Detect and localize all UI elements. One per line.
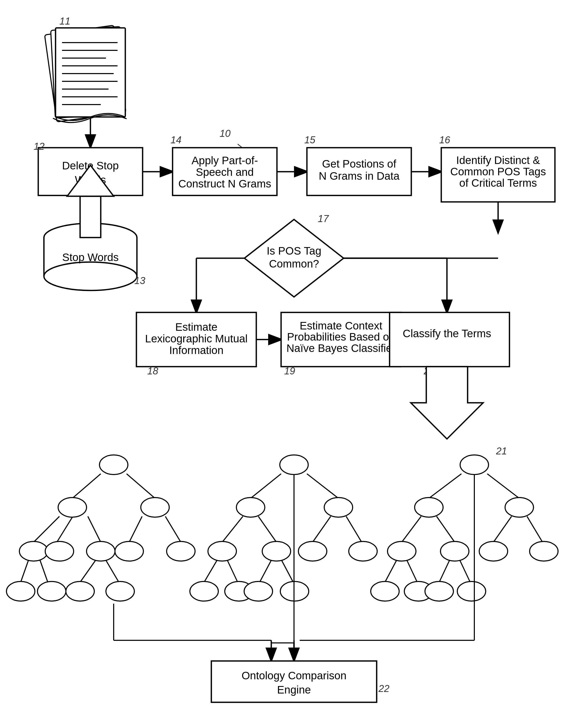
svg-line-93: [282, 560, 293, 582]
svg-point-86: [299, 542, 327, 561]
svg-line-81: [258, 516, 276, 542]
label-15: 15: [304, 134, 315, 146]
svg-text:Speech and: Speech and: [196, 166, 254, 178]
label-16: 16: [439, 134, 450, 146]
svg-line-113: [439, 560, 450, 582]
svg-point-108: [530, 542, 558, 561]
svg-text:N Grams in Data: N Grams in Data: [319, 170, 400, 182]
svg-point-82: [208, 542, 236, 561]
svg-text:Estimate: Estimate: [175, 321, 217, 333]
svg-line-64: [165, 516, 181, 542]
svg-line-84: [313, 516, 331, 542]
svg-point-65: [115, 542, 144, 561]
svg-point-73: [66, 581, 94, 601]
svg-line-63: [129, 516, 142, 542]
svg-text:Common POS Tags: Common POS Tags: [450, 165, 546, 178]
svg-line-80: [222, 516, 243, 542]
svg-text:Ontology Comparison: Ontology Comparison: [241, 669, 347, 682]
label-19: 19: [284, 366, 295, 376]
svg-text:Get Postions of: Get Postions of: [322, 158, 396, 170]
svg-point-69: [6, 581, 35, 601]
svg-line-54: [127, 474, 155, 498]
label-13: 13: [134, 275, 145, 286]
svg-line-76: [251, 474, 281, 498]
svg-line-102: [437, 516, 455, 542]
svg-text:Classify the Terms: Classify the Terms: [403, 327, 491, 340]
svg-line-109: [385, 560, 397, 582]
svg-point-87: [349, 542, 377, 561]
svg-line-88: [204, 560, 217, 582]
label-21: 21: [496, 446, 507, 456]
document-stack-icon: [45, 25, 127, 123]
svg-line-71: [80, 560, 96, 582]
svg-text:of Critical Terms: of Critical Terms: [459, 177, 537, 189]
label-14: 14: [171, 134, 181, 146]
svg-text:Lexicographic Mutual: Lexicographic Mutual: [145, 333, 248, 345]
svg-line-105: [493, 516, 512, 542]
svg-text:Identify Distinct &: Identify Distinct &: [456, 154, 540, 166]
svg-point-56: [141, 498, 169, 517]
svg-point-107: [479, 542, 508, 561]
svg-point-111: [371, 581, 399, 601]
svg-point-79: [324, 498, 353, 517]
svg-point-70: [37, 581, 66, 601]
label-12: 12: [33, 141, 45, 152]
svg-line-77: [307, 474, 338, 498]
svg-text:Common?: Common?: [269, 258, 319, 270]
svg-point-60: [19, 542, 48, 561]
svg-line-59: [88, 516, 101, 542]
label-22: 22: [378, 683, 389, 694]
label-17: 17: [318, 213, 329, 224]
label-18: 18: [147, 366, 158, 376]
svg-line-106: [527, 516, 542, 542]
svg-line-53: [72, 474, 101, 498]
svg-line-97: [429, 474, 461, 498]
svg-marker-33: [80, 196, 101, 238]
svg-line-110: [407, 560, 417, 582]
svg-point-78: [236, 498, 265, 517]
svg-line-92: [260, 560, 271, 582]
svg-point-90: [190, 581, 218, 601]
svg-point-100: [505, 498, 534, 517]
svg-point-96: [460, 455, 488, 475]
svg-line-67: [21, 560, 28, 582]
svg-point-103: [387, 542, 416, 561]
svg-line-57: [33, 516, 59, 542]
svg-text:Construct N Grams: Construct N Grams: [178, 178, 271, 190]
svg-text:Estimate Context: Estimate Context: [300, 320, 382, 332]
svg-line-101: [402, 516, 421, 542]
svg-line-85: [346, 516, 362, 542]
svg-text:Naïve Bayes Classifier: Naïve Bayes Classifier: [286, 342, 395, 354]
svg-rect-2: [55, 28, 125, 117]
svg-text:Information: Information: [169, 344, 224, 356]
svg-point-31: [44, 262, 137, 290]
svg-line-68: [40, 560, 48, 582]
svg-line-89: [227, 560, 238, 582]
svg-text:Engine: Engine: [277, 684, 311, 696]
diagram-container: 11 10 Delete Stop Words 12 Apply Part-of…: [0, 0, 588, 709]
svg-line-58: [57, 517, 72, 542]
large-down-arrow: [411, 367, 483, 439]
svg-point-94: [244, 581, 273, 601]
label-11: 11: [59, 16, 70, 27]
svg-point-115: [425, 581, 453, 601]
svg-text:Probabilities Based on: Probabilities Based on: [287, 331, 395, 343]
svg-point-52: [100, 455, 128, 475]
svg-point-74: [106, 581, 134, 601]
svg-text:Apply Part-of-: Apply Part-of-: [192, 154, 258, 166]
svg-text:Is POS Tag: Is POS Tag: [266, 245, 322, 257]
svg-point-83: [262, 542, 291, 561]
svg-line-72: [106, 560, 119, 582]
svg-line-98: [487, 474, 519, 498]
svg-point-62: [86, 542, 115, 561]
label-10: 10: [220, 128, 230, 139]
svg-point-99: [415, 498, 443, 517]
svg-line-114: [460, 560, 470, 582]
svg-text:Stop Words: Stop Words: [62, 251, 119, 263]
svg-point-61: [45, 542, 74, 561]
svg-point-116: [457, 581, 486, 601]
svg-point-75: [280, 455, 308, 475]
svg-point-55: [58, 498, 86, 517]
svg-point-66: [167, 542, 195, 561]
svg-point-104: [440, 542, 469, 561]
